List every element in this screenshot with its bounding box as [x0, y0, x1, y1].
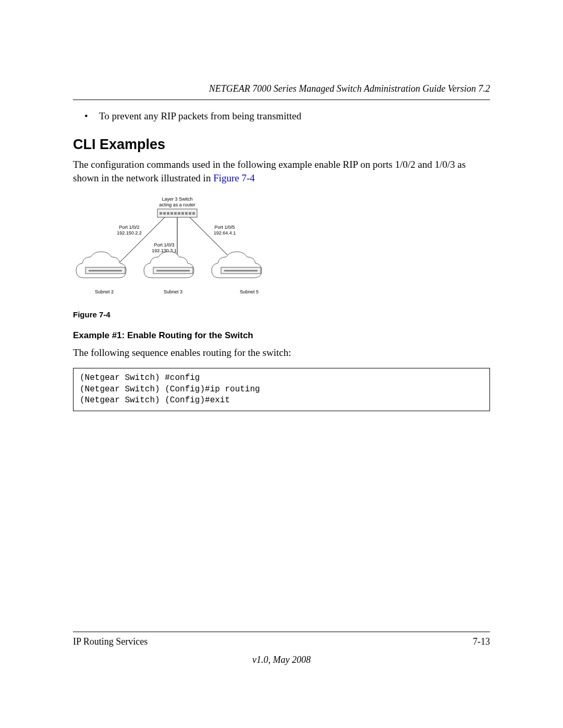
port2-label: Port 1/0/3: [154, 242, 174, 248]
section-title: CLI Examples: [73, 137, 490, 153]
svg-rect-6: [181, 212, 184, 215]
running-header: NETGEAR 7000 Series Managed Switch Admin…: [73, 83, 490, 100]
cloud-right-switch-icon: [221, 267, 261, 274]
svg-rect-7: [185, 212, 188, 215]
network-diagram: Layer 3 Switch acting as a router Port 1…: [73, 194, 282, 304]
header-rule: [73, 100, 490, 100]
port3-label: Port 1/0/5: [214, 225, 235, 230]
code-block: (Netgear Switch) #config (Netgear Switch…: [73, 368, 490, 411]
figure-caption: Figure 7-4: [73, 310, 490, 319]
example-title: Example #1: Enable Routing for the Switc…: [73, 330, 490, 341]
footer-page-number: 7-13: [473, 636, 490, 647]
figure-ref-link[interactable]: Figure 7-4: [213, 172, 255, 183]
cloud-left-switch-icon: [85, 267, 125, 274]
svg-rect-2: [167, 212, 169, 215]
section-intro: The configuration commands used in the f…: [73, 158, 490, 185]
port1-label: Port 1/0/2: [119, 225, 139, 230]
svg-rect-4: [174, 212, 177, 215]
diagram-top-label-2: acting as a router: [159, 202, 195, 207]
diagram-svg: Layer 3 Switch acting as a router Port 1…: [73, 194, 282, 304]
bullet-item: • To prevent any RIP packets from being …: [84, 109, 490, 123]
cloud-center-switch-icon: [153, 267, 193, 274]
example-lead: The following sequence enables routing f…: [73, 346, 490, 360]
subnet2-label: Subnet 3: [164, 289, 182, 294]
port1-ip: 192.150.2.2: [117, 230, 142, 236]
svg-rect-15: [224, 270, 258, 272]
port3-ip: 192.64.4.1: [214, 230, 236, 236]
svg-rect-11: [89, 270, 122, 272]
page: NETGEAR 7000 Series Managed Switch Admin…: [0, 0, 563, 728]
svg-rect-5: [178, 212, 180, 215]
svg-rect-13: [156, 270, 190, 272]
svg-rect-8: [189, 212, 191, 215]
footer-left: IP Routing Services: [73, 636, 148, 647]
bullet-dot-icon: •: [84, 109, 99, 123]
bullet-text: To prevent any RIP packets from being tr…: [99, 109, 301, 123]
svg-rect-0: [160, 212, 162, 215]
intro-text: The configuration commands used in the f…: [73, 159, 466, 183]
subnet3-label: Subnet 5: [240, 289, 259, 294]
svg-rect-9: [192, 212, 195, 215]
svg-rect-3: [170, 212, 173, 215]
page-footer: IP Routing Services 7-13 v1.0, May 2008: [73, 632, 490, 665]
subnet1-label: Subnet 2: [95, 289, 114, 294]
footer-version: v1.0, May 2008: [73, 655, 490, 665]
diagram-top-label-1: Layer 3 Switch: [162, 196, 192, 202]
svg-rect-1: [163, 212, 166, 215]
footer-rule: [73, 632, 490, 632]
